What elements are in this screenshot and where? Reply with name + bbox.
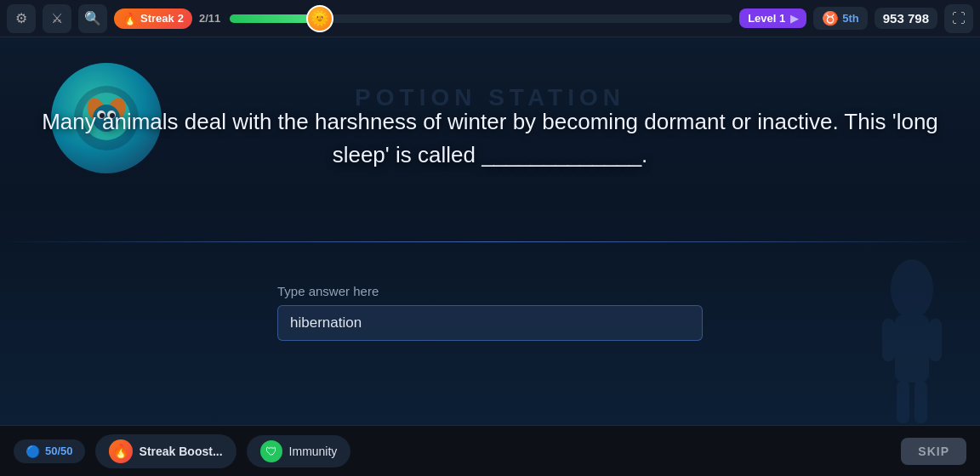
- streak-boost-icon: 🔥: [109, 439, 133, 463]
- immunity-icon: 🛡: [260, 440, 282, 462]
- streak-badge[interactable]: 🔥 Streak 2: [114, 8, 192, 29]
- progress-bar: 🌞: [230, 14, 732, 23]
- immunity-badge[interactable]: 🛡 Immunity: [247, 435, 351, 468]
- right-figure: [861, 255, 963, 425]
- fullscreen-icon: ⛶: [952, 11, 966, 26]
- search-icon: 🔍: [84, 10, 101, 26]
- immunity-label: Immunity: [289, 445, 338, 458]
- streak-boost-badge[interactable]: 🔥 Streak Boost...: [95, 434, 236, 468]
- search-button[interactable]: 🔍: [78, 4, 107, 33]
- streak-boost-label: Streak Boost...: [140, 445, 223, 458]
- question-text: Many animals deal with the harshness of …: [34, 105, 946, 172]
- streak-count: 2: [178, 12, 184, 25]
- answer-section: Type answer here: [277, 284, 703, 341]
- progress-fill: 🌞: [230, 14, 320, 23]
- swords-button[interactable]: ⚔: [43, 4, 71, 33]
- progress-avatar: 🌞: [306, 5, 333, 32]
- settings-button[interactable]: ⚙: [7, 4, 36, 33]
- svg-point-9: [891, 259, 933, 319]
- fullscreen-button[interactable]: ⛶: [944, 4, 973, 33]
- score-display: 953 798: [875, 8, 937, 29]
- svg-rect-11: [882, 319, 895, 361]
- progress-fraction: 2/11: [199, 12, 223, 25]
- power-badge[interactable]: 🔵 50/50: [14, 439, 85, 463]
- svg-rect-14: [914, 381, 927, 423]
- swords-icon: ⚔: [51, 10, 63, 26]
- streak-label: Streak: [140, 12, 174, 25]
- power-count: 50/50: [45, 445, 73, 457]
- level-label: Level 1: [748, 12, 785, 25]
- streak-lightning-icon: 🔥: [122, 12, 137, 26]
- skip-button[interactable]: SKIP: [901, 438, 966, 465]
- bottom-bar: 🔵 50/50 🔥 Streak Boost... 🛡 Immunity SKI…: [0, 425, 980, 476]
- rank-badge: ♉ 5th: [813, 7, 868, 30]
- background-decoration: POTION STATION: [0, 37, 980, 425]
- top-bar: ⚙ ⚔ 🔍 🔥 Streak 2 2/11 🌞 Level 1 ▶ ♉ 5th …: [0, 0, 980, 37]
- rank-icon: ♉: [822, 10, 839, 26]
- settings-icon: ⚙: [15, 10, 27, 26]
- svg-rect-13: [897, 381, 909, 423]
- answer-input[interactable]: [277, 305, 703, 341]
- level-arrow-icon: ▶: [790, 13, 798, 25]
- rank-label: 5th: [842, 12, 859, 25]
- svg-rect-12: [929, 319, 942, 361]
- skip-label: SKIP: [918, 445, 949, 458]
- question-area: Many animals deal with the harshness of …: [0, 105, 980, 172]
- power-icon: 🔵: [26, 445, 40, 458]
- divider-line: [0, 241, 980, 242]
- svg-rect-10: [895, 314, 929, 382]
- level-badge[interactable]: Level 1 ▶: [739, 8, 806, 28]
- main-area: POTION STATION: [0, 37, 980, 425]
- answer-label: Type answer here: [277, 284, 379, 298]
